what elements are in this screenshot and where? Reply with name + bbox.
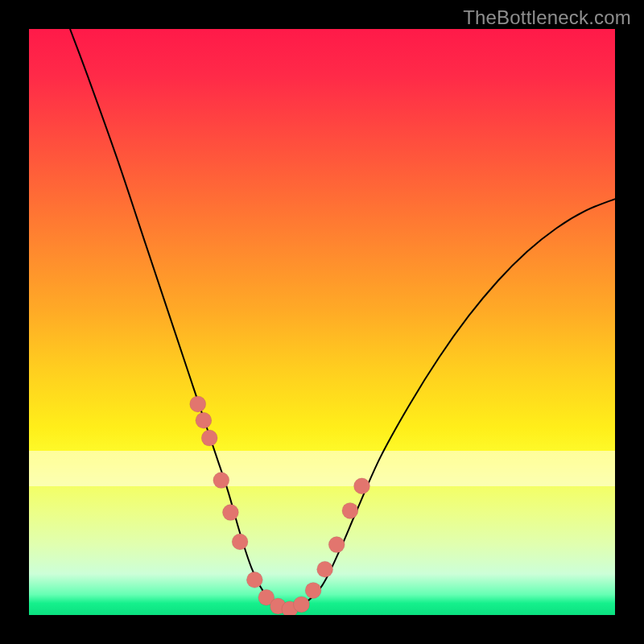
highlight-dot xyxy=(246,572,262,588)
highlight-dot xyxy=(201,430,217,446)
highlight-dot xyxy=(232,534,248,550)
bottleneck-curve xyxy=(70,29,615,609)
watermark-text: TheBottleneck.com xyxy=(463,6,631,29)
highlight-dot xyxy=(317,561,333,577)
highlight-dot xyxy=(328,537,345,553)
curve-layer xyxy=(29,29,615,615)
highlight-dots xyxy=(190,396,370,615)
highlight-dot xyxy=(190,396,206,412)
highlight-dot xyxy=(354,478,370,494)
highlight-dot xyxy=(222,505,238,521)
plot-area xyxy=(29,29,615,615)
highlight-dot xyxy=(305,582,321,598)
highlight-dot xyxy=(294,597,310,613)
highlight-dot xyxy=(196,412,212,428)
highlight-dot xyxy=(213,473,229,489)
highlight-dot xyxy=(342,502,358,518)
chart-stage: TheBottleneck.com xyxy=(0,0,644,644)
